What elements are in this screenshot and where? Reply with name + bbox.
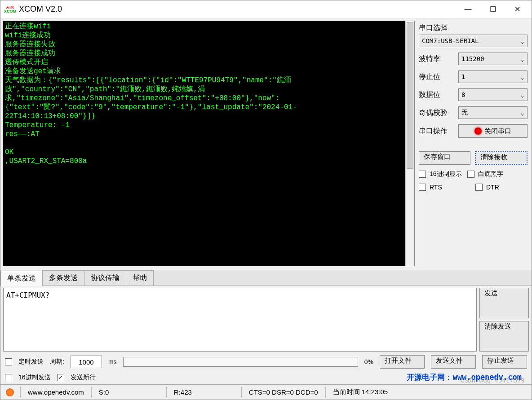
minimize-button[interactable]: — [456, 1, 480, 17]
window-controls: — ☐ ✕ [456, 1, 530, 17]
stop-select[interactable]: 1 [458, 70, 528, 83]
tab-protocol[interactable]: 协议传输 [84, 270, 126, 286]
port-select-group: 串口选择 COM7:USB-SERIAL [419, 23, 528, 47]
parity-value: 无 [461, 109, 468, 117]
send-button-column: 发送 清除发送 [479, 288, 529, 352]
send-tabs: 单条发送 多条发送 协议传输 帮助 [0, 270, 532, 286]
hex-display-check[interactable] [419, 171, 426, 178]
send-options-row-2: 16进制发送 发送新行 开源电子网：www.openedv.com [0, 370, 532, 384]
scroll-thumb[interactable] [407, 22, 413, 169]
terminal-scrollbar[interactable] [405, 21, 414, 266]
statusbar: www.openedv.com S:0 R:423 CTS=0 DSR=0 DC… [0, 384, 532, 400]
hex-send-label: 16进制发送 [18, 374, 51, 382]
port-toggle-button[interactable]: 关闭串口 [458, 124, 528, 138]
rts-check[interactable] [419, 184, 426, 191]
status-recv-count: R:423 [170, 388, 238, 396]
data-value: 8 [461, 91, 465, 98]
port-select-value: COM7:USB-SERIAL [422, 37, 479, 44]
app-logo: ATK XCOM [4, 5, 16, 13]
period-input[interactable] [71, 356, 102, 368]
timed-send-label: 定时发送 [18, 358, 44, 366]
progress-bar [123, 357, 358, 367]
status-time: 当前时间 14:23:05 [329, 388, 392, 396]
port-status-icon [474, 127, 482, 135]
open-file-button[interactable]: 打开文件 [380, 355, 425, 369]
dtr-check[interactable] [475, 184, 483, 191]
stop-value: 1 [461, 73, 465, 80]
white-bg-label: 白底黑字 [478, 170, 503, 178]
titlebar: ATK XCOM XCOM V2.0 — ☐ ✕ [0, 0, 532, 18]
period-unit: ms [108, 358, 117, 365]
send-area: 发送 清除发送 [0, 286, 532, 353]
logo-bot: XCOM [4, 9, 16, 13]
send-options-row-1: 定时发送 周期: ms 0% 打开文件 发送文件 停止发送 [0, 353, 532, 370]
tab-multi-send[interactable]: 多条发送 [42, 270, 84, 286]
dtr-label: DTR [486, 184, 499, 191]
send-input[interactable] [3, 288, 477, 352]
window-title: XCOM V2.0 [19, 4, 456, 14]
terminal-wrap: 正在连接wifi wifi连接成功 服务器连接失败 服务器连接成功 透传模式开启… [3, 21, 415, 266]
data-label: 数据位 [419, 90, 455, 100]
send-file-button[interactable]: 发送文件 [431, 355, 476, 369]
parity-label: 奇偶校验 [419, 108, 455, 118]
progress-pct: 0% [364, 358, 373, 365]
status-url[interactable]: www.openedv.com [24, 388, 88, 396]
status-send-count: S:0 [95, 388, 163, 396]
stop-send-button[interactable]: 停止发送 [482, 355, 527, 369]
right-panel: 串口选择 COM7:USB-SERIAL 波特率 115200 停止位 1 数据… [417, 21, 529, 266]
hex-send-check[interactable] [5, 374, 12, 381]
send-button[interactable]: 发送 [479, 288, 529, 318]
hex-display-label: 16进制显示 [430, 170, 462, 178]
promo-link[interactable]: 开源电子网：www.openedv.com [102, 372, 527, 382]
left-column: 正在连接wifi wifi连接成功 服务器连接失败 服务器连接成功 透传模式开启… [3, 21, 415, 266]
port-select[interactable]: COM7:USB-SERIAL [419, 35, 528, 47]
main-area: 正在连接wifi wifi连接成功 服务器连接失败 服务器连接成功 透传模式开启… [0, 18, 532, 268]
maximize-button[interactable]: ☐ [480, 1, 505, 17]
tab-single-send[interactable]: 单条发送 [0, 271, 43, 286]
send-newline-label: 发送新行 [71, 374, 96, 382]
data-select[interactable]: 8 [458, 88, 528, 101]
timed-send-check[interactable] [5, 358, 12, 365]
display-checks: 16进制显示 白底黑字 [419, 170, 528, 178]
baud-select[interactable]: 115200 [458, 53, 528, 65]
clear-send-button[interactable]: 清除发送 [479, 321, 529, 352]
stop-label: 停止位 [419, 72, 455, 82]
stop-row: 停止位 1 [419, 70, 528, 83]
period-label: 周期: [50, 358, 64, 366]
tab-help[interactable]: 帮助 [126, 270, 154, 286]
parity-row: 奇偶校验 无 [419, 106, 528, 119]
baud-label: 波特率 [419, 54, 455, 64]
port-op-row: 串口操作 关闭串口 [419, 124, 528, 138]
flow-checks: RTS DTR [419, 184, 528, 191]
parity-select[interactable]: 无 [458, 106, 528, 119]
port-op-label: 串口操作 [419, 127, 455, 136]
action-buttons: 保存窗口 清除接收 [419, 151, 528, 165]
send-newline-check[interactable] [57, 374, 64, 381]
app-window: ATK XCOM XCOM V2.0 — ☐ ✕ 正在连接wifi wifi连接… [0, 0, 532, 400]
port-group-title: 串口选择 [419, 23, 528, 33]
port-toggle-label: 关闭串口 [484, 127, 511, 136]
baud-row: 波特率 115200 [419, 53, 528, 65]
save-window-button[interactable]: 保存窗口 [419, 151, 470, 165]
terminal-output[interactable]: 正在连接wifi wifi连接成功 服务器连接失败 服务器连接成功 透传模式开启… [3, 21, 405, 266]
clear-recv-button[interactable]: 清除接收 [475, 151, 528, 165]
rts-label: RTS [430, 184, 457, 191]
white-bg-check[interactable] [467, 171, 474, 178]
status-led-icon [6, 388, 14, 396]
baud-value: 115200 [461, 55, 484, 62]
close-button[interactable]: ✕ [505, 1, 530, 17]
data-row: 数据位 8 [419, 88, 528, 101]
status-lines: CTS=0 DSR=0 DCD=0 [245, 388, 322, 396]
